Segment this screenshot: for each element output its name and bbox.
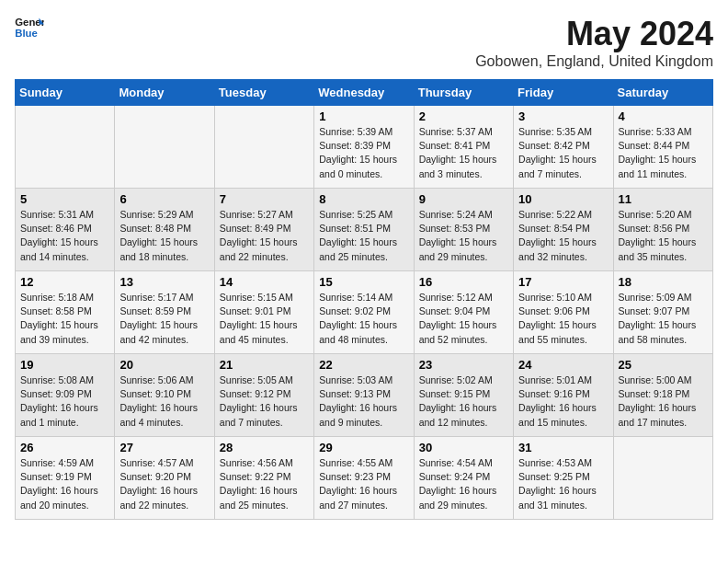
day-number: 8 xyxy=(319,192,408,206)
day-number: 17 xyxy=(518,275,608,289)
day-info: Sunrise: 4:59 AMSunset: 9:19 PMDaylight:… xyxy=(20,456,109,512)
day-number: 4 xyxy=(619,109,708,123)
day-number: 23 xyxy=(419,358,508,372)
day-number: 27 xyxy=(119,441,209,454)
day-number: 20 xyxy=(119,358,209,372)
month-title: May 2024 xyxy=(475,15,713,53)
calendar-week-2: 5Sunrise: 5:31 AMSunset: 8:46 PMDaylight… xyxy=(16,189,713,271)
day-info: Sunrise: 5:27 AMSunset: 8:49 PMDaylight:… xyxy=(220,208,309,264)
calendar-week-5: 26Sunrise: 4:59 AMSunset: 9:19 PMDayligh… xyxy=(16,437,713,520)
calendar-cell xyxy=(16,106,115,189)
calendar-cell: 9Sunrise: 5:24 AMSunset: 8:53 PMDaylight… xyxy=(414,189,513,271)
page-header: General Blue May 2024 Gobowen, England, … xyxy=(15,15,713,70)
day-number: 10 xyxy=(518,192,608,206)
day-info: Sunrise: 5:37 AMSunset: 8:41 PMDaylight:… xyxy=(419,125,508,181)
day-info: Sunrise: 5:17 AMSunset: 8:59 PMDaylight:… xyxy=(119,291,209,347)
calendar-week-1: 1Sunrise: 5:39 AMSunset: 8:39 PMDaylight… xyxy=(16,106,713,189)
calendar-cell: 17Sunrise: 5:10 AMSunset: 9:06 PMDayligh… xyxy=(514,271,613,354)
calendar-week-3: 12Sunrise: 5:18 AMSunset: 8:58 PMDayligh… xyxy=(16,271,713,354)
day-number: 22 xyxy=(319,358,408,372)
calendar-cell: 30Sunrise: 4:54 AMSunset: 9:24 PMDayligh… xyxy=(414,437,513,520)
day-info: Sunrise: 5:22 AMSunset: 8:54 PMDaylight:… xyxy=(518,208,608,264)
day-info: Sunrise: 5:24 AMSunset: 8:53 PMDaylight:… xyxy=(419,208,508,264)
calendar-cell: 15Sunrise: 5:14 AMSunset: 9:02 PMDayligh… xyxy=(314,271,414,354)
day-info: Sunrise: 5:39 AMSunset: 8:39 PMDaylight:… xyxy=(319,125,408,181)
day-info: Sunrise: 4:55 AMSunset: 9:23 PMDaylight:… xyxy=(319,456,408,512)
logo-icon: General Blue xyxy=(15,15,44,40)
day-number: 14 xyxy=(220,275,309,289)
day-info: Sunrise: 4:56 AMSunset: 9:22 PMDaylight:… xyxy=(220,456,309,512)
calendar-cell: 25Sunrise: 5:00 AMSunset: 9:18 PMDayligh… xyxy=(613,354,712,437)
calendar-cell xyxy=(613,437,712,520)
day-info: Sunrise: 5:06 AMSunset: 9:10 PMDaylight:… xyxy=(119,373,209,430)
day-info: Sunrise: 5:25 AMSunset: 8:51 PMDaylight:… xyxy=(319,208,408,264)
weekday-header-wednesday: Wednesday xyxy=(314,80,414,106)
weekday-header-monday: Monday xyxy=(115,80,214,106)
calendar-cell: 4Sunrise: 5:33 AMSunset: 8:44 PMDaylight… xyxy=(613,106,712,189)
day-number: 3 xyxy=(518,109,608,123)
day-number: 30 xyxy=(419,441,508,454)
day-info: Sunrise: 5:00 AMSunset: 9:18 PMDaylight:… xyxy=(619,373,708,430)
calendar-table: SundayMondayTuesdayWednesdayThursdayFrid… xyxy=(15,79,713,520)
day-info: Sunrise: 5:10 AMSunset: 9:06 PMDaylight:… xyxy=(518,291,608,347)
day-info: Sunrise: 5:09 AMSunset: 9:07 PMDaylight:… xyxy=(619,291,708,347)
calendar-cell: 7Sunrise: 5:27 AMSunset: 8:49 PMDaylight… xyxy=(214,189,313,271)
calendar-cell: 22Sunrise: 5:03 AMSunset: 9:13 PMDayligh… xyxy=(314,354,414,437)
day-info: Sunrise: 4:57 AMSunset: 9:20 PMDaylight:… xyxy=(119,456,209,512)
weekday-header-saturday: Saturday xyxy=(613,80,712,106)
calendar-cell: 6Sunrise: 5:29 AMSunset: 8:48 PMDaylight… xyxy=(115,189,214,271)
day-number: 21 xyxy=(220,358,309,372)
weekday-header-thursday: Thursday xyxy=(414,80,513,106)
calendar-cell: 20Sunrise: 5:06 AMSunset: 9:10 PMDayligh… xyxy=(115,354,214,437)
day-number: 25 xyxy=(619,358,708,372)
day-number: 6 xyxy=(119,192,209,206)
day-number: 12 xyxy=(20,275,109,289)
day-number: 19 xyxy=(20,358,109,372)
day-info: Sunrise: 5:31 AMSunset: 8:46 PMDaylight:… xyxy=(20,208,109,264)
day-number: 11 xyxy=(619,192,708,206)
day-info: Sunrise: 5:08 AMSunset: 9:09 PMDaylight:… xyxy=(20,373,109,430)
day-number: 13 xyxy=(119,275,209,289)
calendar-cell xyxy=(214,106,313,189)
day-number: 15 xyxy=(319,275,408,289)
calendar-cell: 11Sunrise: 5:20 AMSunset: 8:56 PMDayligh… xyxy=(613,189,712,271)
calendar-cell: 3Sunrise: 5:35 AMSunset: 8:42 PMDaylight… xyxy=(514,106,613,189)
calendar-cell: 24Sunrise: 5:01 AMSunset: 9:16 PMDayligh… xyxy=(514,354,613,437)
day-info: Sunrise: 5:01 AMSunset: 9:16 PMDaylight:… xyxy=(518,373,608,430)
calendar-cell: 5Sunrise: 5:31 AMSunset: 8:46 PMDaylight… xyxy=(16,189,115,271)
day-number: 7 xyxy=(220,192,309,206)
weekday-header-row: SundayMondayTuesdayWednesdayThursdayFrid… xyxy=(16,80,713,106)
day-info: Sunrise: 5:18 AMSunset: 8:58 PMDaylight:… xyxy=(20,291,109,347)
calendar-cell: 31Sunrise: 4:53 AMSunset: 9:25 PMDayligh… xyxy=(514,437,613,520)
calendar-cell: 28Sunrise: 4:56 AMSunset: 9:22 PMDayligh… xyxy=(214,437,313,520)
day-info: Sunrise: 5:02 AMSunset: 9:15 PMDaylight:… xyxy=(419,373,508,430)
calendar-cell xyxy=(115,106,214,189)
day-info: Sunrise: 5:35 AMSunset: 8:42 PMDaylight:… xyxy=(518,125,608,181)
calendar-cell: 8Sunrise: 5:25 AMSunset: 8:51 PMDaylight… xyxy=(314,189,414,271)
calendar-cell: 18Sunrise: 5:09 AMSunset: 9:07 PMDayligh… xyxy=(613,271,712,354)
day-info: Sunrise: 5:29 AMSunset: 8:48 PMDaylight:… xyxy=(119,208,209,264)
calendar-cell: 12Sunrise: 5:18 AMSunset: 8:58 PMDayligh… xyxy=(16,271,115,354)
day-number: 26 xyxy=(20,441,109,454)
day-number: 28 xyxy=(220,441,309,454)
day-info: Sunrise: 4:54 AMSunset: 9:24 PMDaylight:… xyxy=(419,456,508,512)
calendar-cell: 10Sunrise: 5:22 AMSunset: 8:54 PMDayligh… xyxy=(514,189,613,271)
day-number: 2 xyxy=(419,109,508,123)
calendar-cell: 13Sunrise: 5:17 AMSunset: 8:59 PMDayligh… xyxy=(115,271,214,354)
calendar-cell: 16Sunrise: 5:12 AMSunset: 9:04 PMDayligh… xyxy=(414,271,513,354)
day-info: Sunrise: 4:53 AMSunset: 9:25 PMDaylight:… xyxy=(518,456,608,512)
day-info: Sunrise: 5:05 AMSunset: 9:12 PMDaylight:… xyxy=(220,373,309,430)
day-info: Sunrise: 5:15 AMSunset: 9:01 PMDaylight:… xyxy=(220,291,309,347)
day-number: 5 xyxy=(20,192,109,206)
weekday-header-friday: Friday xyxy=(514,80,613,106)
calendar-cell: 2Sunrise: 5:37 AMSunset: 8:41 PMDaylight… xyxy=(414,106,513,189)
day-number: 24 xyxy=(518,358,608,372)
calendar-cell: 29Sunrise: 4:55 AMSunset: 9:23 PMDayligh… xyxy=(314,437,414,520)
logo: General Blue xyxy=(15,15,44,40)
day-info: Sunrise: 5:33 AMSunset: 8:44 PMDaylight:… xyxy=(619,125,708,181)
calendar-week-4: 19Sunrise: 5:08 AMSunset: 9:09 PMDayligh… xyxy=(16,354,713,437)
calendar-cell: 14Sunrise: 5:15 AMSunset: 9:01 PMDayligh… xyxy=(214,271,313,354)
calendar-cell: 23Sunrise: 5:02 AMSunset: 9:15 PMDayligh… xyxy=(414,354,513,437)
day-number: 31 xyxy=(518,441,608,454)
calendar-cell: 27Sunrise: 4:57 AMSunset: 9:20 PMDayligh… xyxy=(115,437,214,520)
